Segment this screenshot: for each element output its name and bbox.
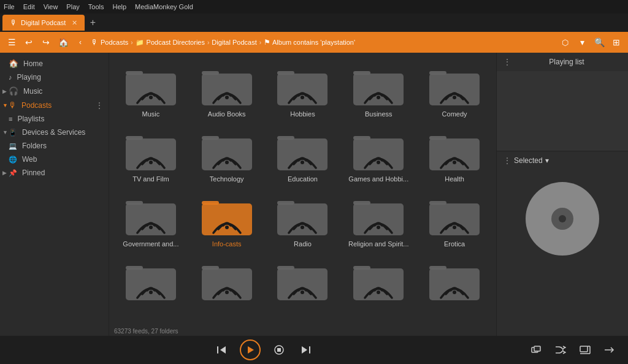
folder-item[interactable]: Education — [266, 124, 340, 186]
devices-icon: 📱 — [9, 129, 17, 137]
redo-icon[interactable]: ↪ — [39, 36, 53, 49]
menu-edit[interactable]: Edit — [23, 3, 35, 10]
sidebar-item-devices[interactable]: ▼ 📱 Devices & Services — [0, 126, 109, 139]
folder-label: Education — [288, 175, 318, 183]
sidebar-podcasts-dots[interactable]: ⋮ — [95, 100, 104, 110]
dropdown-icon[interactable]: ▾ — [575, 36, 589, 49]
selected-dots[interactable]: ⋮ — [503, 156, 511, 165]
play-button[interactable] — [240, 339, 261, 360]
menu-view[interactable]: View — [44, 3, 58, 10]
sidebar-item-playing[interactable]: ♪ Playing — [0, 70, 109, 84]
svg-rect-19 — [202, 138, 252, 170]
next-button[interactable] — [297, 341, 315, 358]
svg-point-47 — [149, 290, 153, 294]
folder-item[interactable]: Games and Hobbi... — [342, 124, 415, 186]
folder-item[interactable]: Technology — [190, 124, 264, 186]
folder-item[interactable]: Hobbies — [266, 59, 340, 121]
svg-rect-69 — [580, 346, 588, 352]
folder-item[interactable] — [418, 254, 491, 309]
menu-help[interactable]: Help — [112, 3, 126, 10]
menu-play[interactable]: Play — [66, 3, 79, 10]
columns-icon[interactable]: ⊞ — [610, 36, 623, 49]
sidebar-playing-label: Playing — [17, 73, 41, 82]
svg-point-11 — [377, 96, 380, 99]
breadcrumb-filter[interactable]: ⚑ Album contains 'playstation' — [264, 38, 355, 47]
svg-rect-28 — [429, 138, 480, 170]
playing-list-section: ⋮ Playing list — [497, 53, 628, 151]
home-nav-icon[interactable]: 🏠 — [56, 36, 70, 49]
menu-tools[interactable]: Tools — [88, 3, 104, 10]
folder-item[interactable]: Music — [114, 59, 188, 121]
breadcrumb-podcast-dirs[interactable]: Podcast Directories — [147, 39, 205, 46]
folder-item[interactable]: Info-casts — [190, 189, 264, 251]
folder-item[interactable] — [266, 254, 340, 309]
playing-list-dots[interactable]: ⋮ — [503, 57, 511, 67]
sidebar-item-pinned[interactable]: ▶ 📌 Pinned — [0, 166, 109, 180]
undo-icon[interactable]: ↩ — [22, 36, 36, 49]
folder-item[interactable]: Health — [418, 124, 491, 186]
search-icon[interactable]: 🔍 — [592, 36, 606, 49]
svg-rect-65 — [309, 346, 310, 354]
folder-item[interactable]: TV and Film — [114, 124, 188, 186]
hamburger-icon[interactable]: ☰ — [5, 36, 18, 49]
folder-label: Info-casts — [212, 240, 242, 248]
svg-marker-66 — [302, 346, 307, 354]
sidebar-item-music[interactable]: ▶ 🎧 Music — [0, 84, 109, 98]
folder-item[interactable]: Religion and Spirit... — [342, 189, 415, 251]
folder-item[interactable]: Government and... — [114, 189, 188, 251]
stop-button[interactable] — [270, 341, 288, 358]
folder-icon — [351, 64, 406, 108]
tab-close-icon[interactable]: ✕ — [72, 19, 77, 27]
folder-label: Hobbies — [290, 110, 315, 118]
tab-digital-podcast[interactable]: 🎙 Digital Podcast ✕ — [2, 15, 85, 31]
sidebar-item-web[interactable]: 🌐 Web — [0, 153, 109, 166]
folder-item[interactable]: Business — [342, 59, 415, 121]
sidebar-playlists-label: Playlists — [17, 115, 44, 123]
new-tab-button[interactable]: + — [86, 16, 99, 29]
sidebar-item-folders[interactable]: 💻 Folders — [0, 139, 109, 153]
svg-point-59 — [453, 290, 456, 294]
folder-icon — [275, 194, 330, 238]
prev-button[interactable] — [213, 341, 230, 358]
menu-mediamonkey[interactable]: MediaMonkey Gold — [135, 3, 193, 10]
export-icon[interactable]: ⬡ — [558, 36, 572, 49]
nav-back-icon[interactable]: ‹ — [74, 36, 87, 49]
svg-rect-55 — [353, 268, 404, 300]
svg-point-2 — [149, 96, 153, 99]
breadcrumb-podcasts[interactable]: Podcasts — [101, 39, 128, 46]
folder-grid: Music Audio Books — [114, 59, 491, 309]
svg-rect-37 — [277, 203, 327, 235]
svg-point-41 — [377, 226, 380, 229]
folder-item[interactable]: Comedy — [418, 59, 491, 121]
folder-item[interactable] — [190, 254, 264, 309]
selected-chevron[interactable]: ▾ — [545, 156, 549, 165]
folder-item[interactable]: Radio — [266, 189, 340, 251]
sidebar-item-playlists[interactable]: ≡ Playlists — [0, 112, 109, 126]
menu-file[interactable]: File — [4, 3, 15, 10]
folder-icon — [123, 194, 178, 238]
repeat-icon[interactable] — [601, 341, 618, 358]
sidebar-podcasts-label: Podcasts — [21, 101, 52, 110]
folder-icon — [351, 129, 406, 173]
folder-icon — [427, 259, 482, 303]
folder-item[interactable]: Erotica — [418, 189, 491, 251]
sidebar-item-podcasts[interactable]: ▼ 🎙 Podcasts ⋮ — [0, 98, 109, 112]
svg-point-56 — [377, 290, 380, 294]
folder-icon — [199, 129, 255, 173]
podcasts-icon: 🎙 — [9, 100, 17, 110]
sidebar-item-home[interactable]: 🏠 Home — [0, 56, 109, 70]
shuffle-icon[interactable] — [552, 341, 569, 358]
sidebar-folders-label: Folders — [22, 142, 47, 150]
svg-point-50 — [225, 290, 229, 294]
folder-item[interactable] — [342, 254, 415, 309]
folder-label: Religion and Spirit... — [348, 240, 408, 248]
breadcrumb-digital-podcast[interactable]: Digital Podcast — [212, 39, 256, 46]
folder-label: Audio Books — [208, 110, 246, 118]
folder-item[interactable]: Audio Books — [190, 59, 264, 121]
folder-label: Health — [445, 175, 464, 183]
cast-icon[interactable] — [576, 341, 594, 358]
breadcrumb-icon-2: 📁 — [136, 39, 144, 47]
folder-item[interactable] — [114, 254, 188, 309]
window-icon[interactable] — [527, 341, 545, 358]
svg-point-35 — [225, 226, 229, 229]
